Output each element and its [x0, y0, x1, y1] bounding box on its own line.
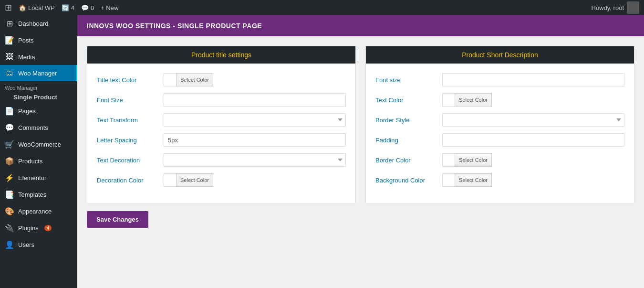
- site-name-item[interactable]: 🏠 Local WP: [19, 4, 55, 11]
- select-color-btn-border[interactable]: Select Color: [455, 153, 492, 167]
- users-icon: 👤: [5, 240, 14, 249]
- color-swatch-background[interactable]: [442, 173, 455, 187]
- left-card-body: Title text Color Select Color Font Size: [87, 73, 355, 187]
- posts-icon: 📝: [5, 36, 14, 45]
- color-picker-decoration: Select Color: [164, 173, 346, 187]
- updates-count: 4: [71, 4, 74, 11]
- field-letter-spacing: Letter Spacing: [97, 133, 346, 147]
- page-content: Product title settings Title text Color …: [77, 36, 644, 237]
- sidebar-item-plugins[interactable]: 🔌 Plugins 4: [0, 220, 77, 236]
- select-text-transform[interactable]: None Uppercase Lowercase Capitalize: [164, 113, 346, 127]
- page-header: INNOVS WOO SETTINGS - SINGLE PRODUCT PAG…: [77, 15, 644, 36]
- sidebar: ⊞ Dashboard 📝 Posts 🖼 Media 🗂 Woo Manage…: [0, 15, 77, 288]
- label-font-size-right: Font size: [375, 76, 442, 84]
- field-border-style: Border Style Solid Dashed Dotted None: [375, 113, 624, 127]
- select-text-decoration[interactable]: None Underline Overline Line-through: [164, 153, 346, 167]
- label-letter-spacing: Letter Spacing: [97, 137, 164, 144]
- howdy-text: Howdy, root: [592, 4, 624, 11]
- input-letter-spacing[interactable]: [164, 133, 346, 147]
- input-font-size-right[interactable]: [442, 73, 624, 86]
- sidebar-item-users[interactable]: 👤 Users: [0, 236, 77, 253]
- color-picker-text-right: Select Color: [442, 93, 624, 107]
- sidebar-label-dashboard: Dashboard: [18, 20, 49, 27]
- sidebar-label-products: Products: [18, 158, 42, 165]
- color-picker-title-text: Select Color: [164, 73, 346, 86]
- comments-item[interactable]: 💬 0: [81, 4, 94, 11]
- content-area: INNOVS WOO SETTINGS - SINGLE PRODUCT PAG…: [77, 15, 644, 288]
- sidebar-label-appearance: Appearance: [18, 208, 52, 215]
- sidebar-item-dashboard[interactable]: ⊞ Dashboard: [0, 15, 77, 32]
- home-icon: 🏠: [19, 4, 26, 11]
- comments-icon: 💬: [5, 123, 14, 132]
- color-swatch-title-text[interactable]: [164, 73, 176, 86]
- dashboard-icon: ⊞: [5, 19, 14, 28]
- sidebar-label-woocommerce: WooCommerce: [18, 141, 61, 148]
- field-text-transform: Text Transform None Uppercase Lowercase …: [97, 113, 346, 127]
- main-layout: ⊞ Dashboard 📝 Posts 🖼 Media 🗂 Woo Manage…: [0, 15, 644, 288]
- select-color-btn-title-text[interactable]: Select Color: [176, 73, 213, 86]
- select-color-btn-text-right[interactable]: Select Color: [455, 93, 492, 107]
- input-padding[interactable]: [442, 133, 624, 147]
- sidebar-item-media[interactable]: 🖼 Media: [0, 49, 77, 65]
- sidebar-label-plugins: Plugins: [18, 224, 39, 232]
- label-border-style: Border Style: [375, 117, 442, 124]
- label-font-size-left: Font Size: [97, 96, 164, 104]
- wp-logo-item[interactable]: ⊞: [5, 2, 12, 13]
- select-color-btn-background[interactable]: Select Color: [455, 173, 492, 187]
- sidebar-item-products[interactable]: 📦 Products: [0, 153, 77, 170]
- sidebar-item-appearance[interactable]: 🎨 Appearance: [0, 203, 77, 220]
- field-decoration-color: Decoration Color Select Color: [97, 173, 346, 187]
- label-border-color: Border Color: [375, 157, 442, 164]
- color-swatch-border[interactable]: [442, 153, 455, 167]
- products-icon: 📦: [5, 157, 14, 166]
- label-text-transform: Text Transform: [97, 117, 164, 124]
- sidebar-item-pages[interactable]: 📄 Pages: [0, 103, 77, 119]
- field-font-size-right: Font size: [375, 73, 624, 86]
- sidebar-label-posts: Posts: [18, 37, 34, 44]
- color-swatch-decoration[interactable]: [164, 173, 176, 187]
- plugins-icon: 🔌: [5, 224, 14, 233]
- sidebar-item-posts[interactable]: 📝 Posts: [0, 32, 77, 49]
- field-padding: Padding: [375, 133, 624, 147]
- left-card: Product title settings Title text Color …: [87, 46, 356, 203]
- admin-bar-right: Howdy, root: [592, 1, 639, 14]
- field-font-size-left: Font Size: [97, 93, 346, 107]
- sidebar-section-label: Woo Manager: [0, 81, 77, 92]
- select-border-style[interactable]: Solid Dashed Dotted None: [442, 113, 624, 127]
- sidebar-item-woo-manager[interactable]: 🗂 Woo Manager: [0, 65, 77, 81]
- label-padding: Padding: [375, 137, 442, 144]
- sidebar-label-users: Users: [18, 241, 34, 248]
- sidebar-item-elementor[interactable]: ⚡ Elementor: [0, 170, 77, 186]
- woo-manager-icon: 🗂: [5, 69, 14, 77]
- media-icon: 🖼: [5, 53, 14, 61]
- sidebar-item-comments[interactable]: 💬 Comments: [0, 119, 77, 136]
- avatar-icon: [627, 1, 639, 14]
- sidebar-item-woocommerce[interactable]: 🛒 WooCommerce: [0, 136, 77, 153]
- input-font-size-left[interactable]: [164, 93, 346, 107]
- sidebar-label-templates: Templates: [18, 191, 46, 198]
- sidebar-label-media: Media: [18, 53, 35, 61]
- sidebar-sub-single-product[interactable]: Single Product: [0, 92, 77, 103]
- elementor-icon: ⚡: [5, 173, 14, 182]
- new-label: + New: [101, 4, 118, 11]
- field-border-color: Border Color Select Color: [375, 153, 624, 167]
- admin-bar: ⊞ 🏠 Local WP 🔄 4 💬 0 + New Howdy, root: [0, 0, 644, 15]
- field-title-text-color: Title text Color Select Color: [97, 73, 346, 86]
- color-swatch-text-right[interactable]: [442, 93, 455, 107]
- updates-item[interactable]: 🔄 4: [62, 4, 74, 11]
- label-background-color: Background Color: [375, 177, 442, 184]
- pages-icon: 📄: [5, 107, 14, 116]
- field-text-color-right: Text Color Select Color: [375, 93, 624, 107]
- plugins-badge: 4: [44, 225, 52, 231]
- select-color-btn-decoration[interactable]: Select Color: [176, 173, 213, 187]
- new-item[interactable]: + New: [101, 4, 118, 11]
- label-text-color-right: Text Color: [375, 96, 442, 104]
- sidebar-item-templates[interactable]: 📑 Templates: [0, 186, 77, 203]
- templates-icon: 📑: [5, 190, 14, 199]
- sidebar-label-pages: Pages: [18, 107, 36, 115]
- save-changes-button[interactable]: Save Changes: [87, 211, 148, 228]
- cards-row: Product title settings Title text Color …: [87, 46, 634, 203]
- field-text-decoration: Text Decoration None Underline Overline …: [97, 153, 346, 167]
- left-card-header: Product title settings: [87, 46, 355, 64]
- sidebar-label-comments: Comments: [18, 124, 48, 131]
